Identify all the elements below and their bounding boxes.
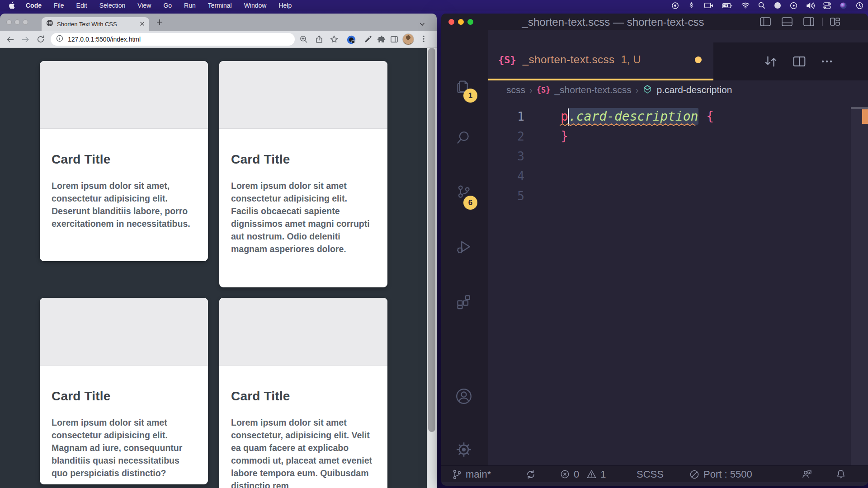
tab-file-name: _shorten-text.scss bbox=[523, 53, 615, 66]
share-icon[interactable] bbox=[315, 35, 324, 46]
card-2-title: Card Title bbox=[231, 152, 376, 167]
url-text[interactable]: 127.0.0.1:5500/index.html bbox=[68, 36, 141, 43]
vscode-close-button[interactable] bbox=[448, 19, 454, 25]
status-bar: main* 0 1 SCSS Port : 5500 bbox=[441, 465, 868, 482]
browser-tab-strip: Shorten Text With CSS bbox=[0, 14, 437, 31]
problems-item[interactable]: 0 1 bbox=[560, 466, 606, 483]
spotlight-search-icon[interactable] bbox=[758, 2, 765, 9]
feedback-item[interactable] bbox=[801, 466, 813, 483]
browser-tab[interactable]: Shorten Text With CSS bbox=[42, 17, 149, 31]
address-bar[interactable]: 127.0.0.1:5500/index.html bbox=[51, 33, 295, 46]
code-line-5[interactable]: 5 bbox=[488, 186, 868, 206]
page-scrollbar[interactable] bbox=[427, 48, 437, 488]
live-server-port-item[interactable]: Port : 5500 bbox=[689, 466, 752, 483]
battery-icon[interactable] bbox=[722, 3, 733, 9]
eyedropper-icon[interactable] bbox=[363, 35, 373, 46]
record-icon[interactable] bbox=[671, 2, 679, 9]
accounts-icon[interactable] bbox=[454, 387, 473, 408]
menu-view[interactable]: View bbox=[137, 2, 151, 9]
control-center-icon[interactable] bbox=[823, 2, 831, 9]
extension-badge-icon[interactable] bbox=[346, 35, 356, 47]
toggle-sidebar-icon[interactable] bbox=[760, 16, 771, 29]
symbol-selector-icon bbox=[642, 84, 652, 96]
extensions-icon[interactable] bbox=[454, 293, 472, 313]
vscode-zoom-button[interactable] bbox=[467, 19, 473, 25]
vscode-window-title: _shorten-text.scss — shorten-text-css bbox=[486, 14, 740, 30]
language-mode-item[interactable]: SCSS bbox=[637, 466, 664, 483]
toggle-secondary-sidebar-icon[interactable] bbox=[803, 16, 815, 29]
toggle-panel-icon[interactable] bbox=[781, 16, 793, 29]
editor-tab[interactable]: {S} _shorten-text.scss 1, U bbox=[488, 42, 713, 80]
card-4: Card Title Lorem ipsum dolor sit amet co… bbox=[219, 298, 387, 488]
zoom-icon[interactable] bbox=[299, 35, 308, 46]
extensions-puzzle-icon[interactable] bbox=[377, 35, 386, 46]
scss-file-icon: {S} bbox=[498, 54, 516, 66]
breadcrumb-symbol[interactable]: p.card-description bbox=[656, 84, 732, 95]
menu-edit[interactable]: Edit bbox=[76, 2, 87, 9]
breadcrumb-folder[interactable]: scss bbox=[506, 84, 525, 95]
git-branch-item[interactable]: main* bbox=[452, 466, 491, 483]
wifi-icon[interactable] bbox=[741, 2, 750, 9]
breadcrumb-file[interactable]: _shorten-text.scss bbox=[554, 84, 631, 95]
settings-gear-icon[interactable] bbox=[454, 440, 473, 461]
menu-app-name[interactable]: Code bbox=[26, 2, 42, 9]
menu-help[interactable]: Help bbox=[278, 2, 292, 9]
apple-menu-icon[interactable] bbox=[8, 1, 15, 9]
siri-icon[interactable] bbox=[840, 2, 847, 9]
code-line-2[interactable]: 2 } bbox=[488, 127, 868, 146]
profile-avatar[interactable] bbox=[402, 33, 414, 45]
more-actions-icon[interactable] bbox=[820, 56, 834, 69]
code-editor[interactable]: 1 p.card-description { 2 } 3 4 5 bbox=[488, 99, 868, 465]
rocket-icon[interactable] bbox=[688, 2, 695, 9]
menu-file[interactable]: File bbox=[54, 2, 64, 9]
new-tab-button[interactable] bbox=[156, 19, 163, 27]
bookmark-star-icon[interactable] bbox=[330, 35, 339, 46]
play-circle-icon[interactable] bbox=[790, 2, 797, 9]
unsaved-dot-icon[interactable] bbox=[695, 56, 702, 63]
editor-scrollbar[interactable] bbox=[851, 108, 868, 465]
back-button[interactable] bbox=[5, 35, 15, 46]
line-number: 3 bbox=[488, 146, 524, 166]
branch-name: main* bbox=[466, 469, 491, 480]
open-changes-icon[interactable] bbox=[763, 54, 778, 70]
card-2: Card Title Lorem ipsum dolor sit amet co… bbox=[219, 61, 387, 287]
menu-terminal[interactable]: Terminal bbox=[208, 2, 232, 9]
token-class-selector: .card-description bbox=[568, 108, 699, 125]
macos-menu-bar: Code File Edit Selection View Go Run Ter… bbox=[0, 0, 868, 11]
tab-search-chevron-icon[interactable] bbox=[420, 20, 425, 28]
do-not-disturb-icon[interactable] bbox=[774, 2, 781, 9]
site-info-icon[interactable] bbox=[56, 35, 63, 44]
line-number: 1 bbox=[488, 107, 524, 127]
forward-button[interactable] bbox=[21, 35, 30, 46]
browser-close-button[interactable] bbox=[6, 19, 12, 25]
tab-close-icon[interactable] bbox=[140, 20, 145, 28]
clock-icon[interactable] bbox=[856, 2, 863, 9]
customize-layout-icon[interactable] bbox=[829, 16, 841, 29]
screen-share-icon[interactable] bbox=[704, 2, 713, 9]
vscode-minimize-button[interactable] bbox=[458, 19, 464, 25]
page-scrollbar-thumb[interactable] bbox=[428, 48, 435, 432]
notifications-item[interactable] bbox=[835, 466, 846, 483]
browser-zoom-button[interactable] bbox=[23, 19, 28, 25]
code-line-4[interactable]: 4 bbox=[488, 166, 868, 186]
browser-minimize-button[interactable] bbox=[14, 19, 20, 25]
sync-changes-item[interactable] bbox=[525, 466, 536, 483]
menu-selection[interactable]: Selection bbox=[99, 2, 126, 9]
code-line-3[interactable]: 3 bbox=[488, 146, 868, 166]
menu-go[interactable]: Go bbox=[163, 2, 172, 9]
run-debug-icon[interactable] bbox=[454, 238, 472, 258]
browser-tab-title: Shorten Text With CSS bbox=[57, 21, 140, 28]
reload-button[interactable] bbox=[36, 35, 45, 46]
split-editor-icon[interactable] bbox=[792, 54, 807, 70]
side-panel-icon[interactable] bbox=[390, 35, 399, 46]
card-4-image-placeholder bbox=[219, 298, 387, 366]
menu-run[interactable]: Run bbox=[184, 2, 196, 9]
menu-window[interactable]: Window bbox=[244, 2, 267, 9]
browser-menu-dots-icon[interactable] bbox=[420, 35, 428, 45]
volume-icon[interactable] bbox=[806, 2, 815, 9]
token-open-brace: { bbox=[706, 109, 714, 124]
git-branch-icon bbox=[452, 469, 462, 480]
code-line-1[interactable]: 1 p.card-description { bbox=[488, 107, 868, 127]
search-icon[interactable] bbox=[454, 128, 472, 148]
card-3: Card Title Lorem ipsum dolor sit amet co… bbox=[40, 298, 208, 484]
